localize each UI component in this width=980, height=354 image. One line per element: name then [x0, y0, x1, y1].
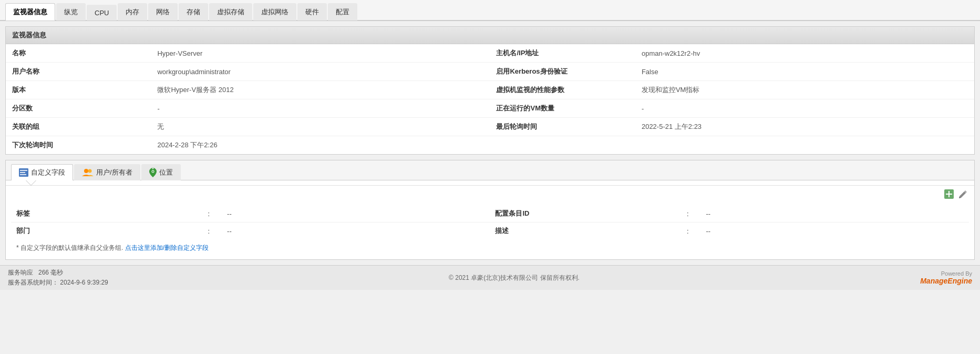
tab-hardware[interactable]: 硬件: [297, 3, 327, 21]
field-label-next-poll: 下次轮询时间: [6, 136, 151, 155]
field-label-username: 用户名称: [6, 63, 151, 81]
tab-overview[interactable]: 纵览: [56, 3, 86, 21]
svg-rect-3: [20, 174, 26, 175]
cf-value-description: --: [701, 222, 969, 240]
note-link[interactable]: 点击这里添加/删除自定义字段: [125, 244, 209, 251]
field-label-last-poll: 最后轮询时间: [490, 118, 635, 136]
tab-config[interactable]: 配置: [328, 3, 357, 21]
cf-label-department: 部门: [11, 222, 203, 240]
field-value-next-poll: 2024-2-28 下午2:26: [151, 136, 490, 155]
tab-virtual-storage[interactable]: 虚拟存储: [209, 3, 252, 21]
svg-point-5: [88, 169, 92, 173]
table-row: 用户名称 workgroup\administrator 启用Kerberos身…: [6, 63, 974, 81]
field-value-vm-perf: 发现和监控VM指标: [635, 81, 974, 99]
action-icons: [6, 186, 974, 203]
cf-value-config-id: --: [701, 205, 969, 222]
manage-engine-logo: ManageEngine: [920, 277, 972, 285]
cf-label-config-id: 配置条目ID: [490, 205, 682, 222]
footer-copyright: © 2021 卓豪(北京)技术有限公司 保留所有权利.: [449, 274, 580, 282]
content-area: 监视器信息 名称 Hyper-VServer 主机名/IP地址 opman-w2…: [0, 21, 980, 265]
svg-point-7: [152, 171, 153, 173]
field-value-running-vms: -: [635, 99, 974, 118]
sub-tab-custom-fields-label: 自定义字段: [31, 168, 65, 177]
footer-powered-by: Powered By ManageEngine: [920, 270, 972, 285]
info-table: 名称 Hyper-VServer 主机名/IP地址 opman-w2k12r2-…: [6, 44, 974, 154]
tab-storage[interactable]: 存储: [179, 3, 208, 21]
field-label-version: 版本: [6, 81, 151, 99]
svg-rect-9: [152, 168, 153, 169]
field-label-kerberos: 启用Kerberos身份验证: [490, 63, 635, 81]
table-row: 部门 : -- 描述 : --: [11, 222, 969, 240]
table-row: 关联的组 无 最后轮询时间 2022-5-21 上午2:23: [6, 118, 974, 136]
footer: 服务响应 266 毫秒 服务器系统时间： 2024-9-6 9:39:29 © …: [0, 265, 980, 290]
table-row: 名称 Hyper-VServer 主机名/IP地址 opman-w2k12r2-…: [6, 44, 974, 63]
field-value-hostname: opman-w2k12r2-hv: [635, 44, 974, 63]
field-value-kerberos: False: [635, 63, 974, 81]
server-response: 服务响应 266 毫秒: [8, 268, 108, 277]
field-value-name: Hyper-VServer: [151, 44, 490, 63]
table-row: 版本 微软Hyper-V服务器 2012 虚拟机监视的性能参数 发现和监控VM指…: [6, 81, 974, 99]
tab-cpu[interactable]: CPU: [87, 5, 117, 21]
table-row: 标签 : -- 配置条目ID : --: [11, 205, 969, 222]
response-label: 服务响应: [8, 269, 33, 276]
field-label-hostname: 主机名/IP地址: [490, 44, 635, 63]
tab-monitor-info[interactable]: 监视器信息: [5, 3, 55, 21]
cf-value-department: --: [222, 222, 490, 240]
response-value: 266 毫秒: [38, 269, 63, 276]
field-label-group: 关联的组: [6, 118, 151, 136]
sub-tab-users-label: 用户/所有者: [96, 168, 132, 177]
svg-point-4: [84, 169, 88, 173]
location-icon: [149, 168, 157, 177]
footer-left: 服务响应 266 毫秒 服务器系统时间： 2024-9-6 9:39:29: [8, 268, 108, 287]
tab-network[interactable]: 网络: [148, 3, 178, 21]
cf-label-description: 描述: [490, 222, 682, 240]
table-row: 下次轮询时间 2024-2-28 下午2:26: [6, 136, 974, 155]
sub-tab-location-label: 位置: [159, 168, 173, 177]
users-icon: [82, 168, 94, 177]
cf-label-tags: 标签: [11, 205, 203, 222]
field-label-running-vms: 正在运行的VM数量: [490, 99, 635, 118]
note-text: * 自定义字段的默认值继承自父业务组. 点击这里添加/删除自定义字段: [11, 239, 969, 257]
sub-section: 自定义字段 用户/所有者: [5, 160, 975, 260]
custom-fields-table: 标签 : -- 配置条目ID : -- 部门 : -- 描述 : --: [11, 205, 969, 239]
field-label-name: 名称: [6, 44, 151, 63]
field-value-group: 无: [151, 118, 490, 136]
cf-value-tags: --: [222, 205, 490, 222]
svg-rect-12: [946, 194, 952, 195]
sub-tab-location[interactable]: 位置: [141, 164, 181, 180]
field-value-version: 微软Hyper-V服务器 2012: [151, 81, 490, 99]
sub-tab-users[interactable]: 用户/所有者: [74, 164, 140, 180]
field-value-partitions: -: [151, 99, 490, 118]
time-value: 2024-9-6 9:39:29: [60, 279, 108, 286]
sub-tab-bar: 自定义字段 用户/所有者: [6, 160, 974, 180]
tab-virtual-network[interactable]: 虚拟网络: [253, 3, 296, 21]
main-tab-bar: 监视器信息 纵览 CPU 内存 网络 存储 虚拟存储 虚拟网络 硬件 配置: [0, 0, 980, 21]
custom-fields-icon: [19, 168, 28, 177]
svg-rect-1: [20, 170, 27, 171]
note-static: * 自定义字段的默认值继承自父业务组.: [16, 244, 123, 251]
tab-memory[interactable]: 内存: [118, 3, 147, 21]
field-value-last-poll: 2022-5-21 上午2:23: [635, 118, 974, 136]
field-value-username: workgroup\administrator: [151, 63, 490, 81]
powered-by-text: Powered By: [941, 270, 972, 277]
edit-custom-field-icon[interactable]: [957, 188, 969, 200]
custom-fields-content: 标签 : -- 配置条目ID : -- 部门 : -- 描述 : --: [6, 203, 974, 259]
section-header: 监视器信息: [6, 27, 974, 44]
monitor-info-section: 监视器信息 名称 Hyper-VServer 主机名/IP地址 opman-w2…: [5, 26, 975, 155]
field-label-partitions: 分区数: [6, 99, 151, 118]
time-label: 服务器系统时间：: [8, 279, 58, 286]
sub-tab-custom-fields[interactable]: 自定义字段: [11, 164, 73, 180]
server-time: 服务器系统时间： 2024-9-6 9:39:29: [8, 278, 108, 287]
table-row: 分区数 - 正在运行的VM数量 -: [6, 99, 974, 118]
add-custom-field-icon[interactable]: [943, 188, 955, 200]
field-label-vm-perf: 虚拟机监视的性能参数: [490, 81, 635, 99]
svg-rect-2: [20, 172, 25, 173]
